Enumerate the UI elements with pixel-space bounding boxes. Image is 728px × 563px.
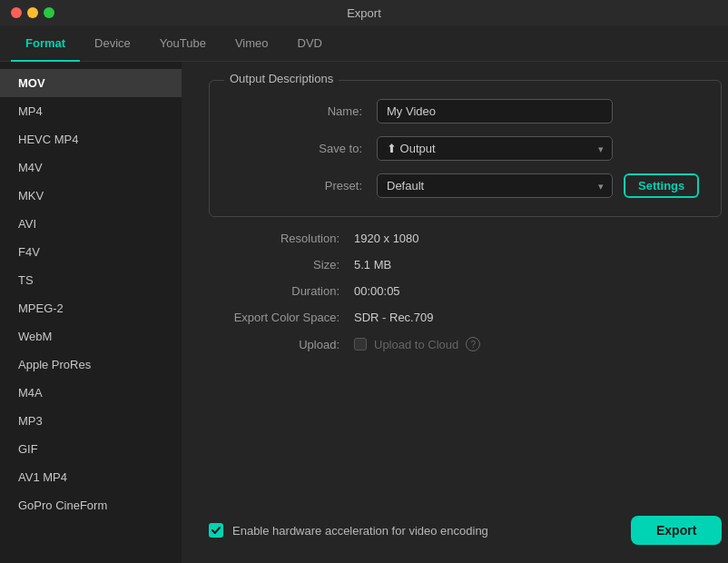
upload-cloud-checkbox[interactable] xyxy=(354,338,367,351)
sidebar-item-mov[interactable]: MOV xyxy=(0,69,182,97)
sidebar-item-avi[interactable]: AVI xyxy=(0,210,182,238)
preset-select-wrap: Default ▾ xyxy=(377,173,613,198)
sidebar-item-hevc-mp4[interactable]: HEVC MP4 xyxy=(0,125,182,153)
resolution-row: Resolution: 1920 x 1080 xyxy=(209,232,722,245)
color-space-row: Export Color Space: SDR - Rec.709 xyxy=(209,311,722,324)
preset-label: Preset: xyxy=(231,179,377,193)
output-descriptions-group: Output Descriptions Name: Save to: ⬆ Out… xyxy=(209,80,722,217)
size-label: Size: xyxy=(209,258,354,272)
tab-dvd[interactable]: DVD xyxy=(283,25,337,62)
preset-select[interactable]: Default xyxy=(377,173,613,198)
content-panel: Output Descriptions Name: Save to: ⬆ Out… xyxy=(182,62,728,563)
main-layout: MOV MP4 HEVC MP4 M4V MKV AVI F4V TS MPEG… xyxy=(0,62,728,563)
sidebar-item-av1-mp4[interactable]: AV1 MP4 xyxy=(0,463,182,491)
upload-cloud-label: Upload to Cloud xyxy=(374,338,458,351)
save-to-label: Save to: xyxy=(231,142,377,155)
title-bar: Export xyxy=(0,0,728,25)
duration-value: 00:00:05 xyxy=(354,284,400,298)
size-value: 5.1 MB xyxy=(354,258,391,272)
sidebar-item-mpeg2[interactable]: MPEG-2 xyxy=(0,294,182,322)
tab-bar: Format Device YouTube Vimeo DVD xyxy=(0,25,728,62)
sidebar-item-mp3[interactable]: MP3 xyxy=(0,407,182,435)
save-to-row: Save to: ⬆ Output ▾ xyxy=(231,136,699,161)
close-button[interactable] xyxy=(11,7,22,18)
maximize-button[interactable] xyxy=(44,7,54,18)
window-title: Export xyxy=(347,6,381,20)
color-space-label: Export Color Space: xyxy=(209,311,354,324)
resolution-label: Resolution: xyxy=(209,232,354,245)
upper-content: Output Descriptions Name: Save to: ⬆ Out… xyxy=(209,80,722,351)
tab-vimeo[interactable]: Vimeo xyxy=(221,25,283,62)
sidebar-item-gopro-cineform[interactable]: GoPro CineForm xyxy=(0,491,182,519)
resolution-value: 1920 x 1080 xyxy=(354,232,419,245)
traffic-lights xyxy=(11,7,54,18)
color-space-value: SDR - Rec.709 xyxy=(354,311,433,324)
sidebar-item-ts[interactable]: TS xyxy=(0,266,182,294)
group-title: Output Descriptions xyxy=(224,72,339,85)
preset-row: Preset: Default ▾ Settings xyxy=(231,173,699,198)
minimize-button[interactable] xyxy=(27,7,38,18)
save-to-select[interactable]: ⬆ Output xyxy=(377,136,613,161)
format-sidebar: MOV MP4 HEVC MP4 M4V MKV AVI F4V TS MPEG… xyxy=(0,62,182,563)
settings-button[interactable]: Settings xyxy=(624,173,699,198)
name-row: Name: xyxy=(231,99,699,123)
sidebar-item-gif[interactable]: GIF xyxy=(0,435,182,463)
name-label: Name: xyxy=(231,104,377,118)
help-icon[interactable]: ? xyxy=(466,337,480,351)
tab-device[interactable]: Device xyxy=(80,25,145,62)
sidebar-item-m4a[interactable]: M4A xyxy=(0,379,182,407)
sidebar-item-mp4[interactable]: MP4 xyxy=(0,97,182,125)
duration-row: Duration: 00:00:05 xyxy=(209,284,722,298)
upload-label: Upload: xyxy=(209,338,354,351)
upload-row: Upload: Upload to Cloud ? xyxy=(209,337,722,351)
sidebar-item-webm[interactable]: WebM xyxy=(0,322,182,351)
tab-format[interactable]: Format xyxy=(11,25,80,62)
bottom-bar: Enable hardware acceleration for video e… xyxy=(209,507,722,545)
hw-accel-label: Enable hardware acceleration for video e… xyxy=(232,524,488,538)
upload-controls: Upload to Cloud ? xyxy=(354,337,480,351)
sidebar-item-mkv[interactable]: MKV xyxy=(0,182,182,210)
export-button[interactable]: Export xyxy=(631,516,722,545)
hw-accel-row: Enable hardware acceleration for video e… xyxy=(209,523,488,538)
sidebar-item-f4v[interactable]: F4V xyxy=(0,238,182,266)
size-row: Size: 5.1 MB xyxy=(209,258,722,272)
hw-accel-checkbox[interactable] xyxy=(209,523,223,538)
duration-label: Duration: xyxy=(209,284,354,298)
info-section: Resolution: 1920 x 1080 Size: 5.1 MB Dur… xyxy=(209,232,722,351)
tab-youtube[interactable]: YouTube xyxy=(145,25,221,62)
sidebar-item-m4v[interactable]: M4V xyxy=(0,153,182,182)
sidebar-item-apple-prores[interactable]: Apple ProRes xyxy=(0,351,182,379)
name-input[interactable] xyxy=(377,99,613,123)
save-to-select-wrap: ⬆ Output ▾ xyxy=(377,136,613,161)
